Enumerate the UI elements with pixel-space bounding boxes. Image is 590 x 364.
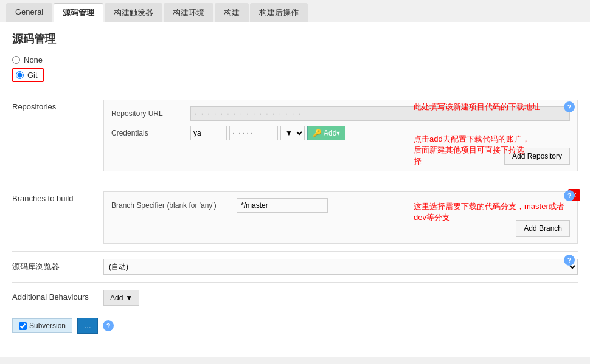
- repositories-label: Repositories: [12, 100, 103, 111]
- repositories-help-icon[interactable]: ?: [564, 101, 575, 112]
- repo-url-row: Repository URL · · · · · · · · · · · · ·…: [111, 106, 570, 121]
- none-radio[interactable]: [12, 56, 20, 64]
- git-label: Git: [27, 70, 38, 80]
- additional-behaviours-content: Add ▼: [103, 290, 578, 306]
- tab-env[interactable]: 构建环境: [164, 3, 213, 22]
- add-cred-label: Add▾: [324, 129, 340, 137]
- source-browser-help-icon[interactable]: ?: [564, 255, 575, 266]
- branch-specifier-row: Branch Specifier (blank for 'any'): [111, 198, 570, 213]
- scm-radio-group: None Git: [12, 55, 578, 86]
- dropdown-arrow-icon: ▼: [125, 294, 133, 302]
- git-radio[interactable]: [16, 71, 24, 79]
- branches-label: Branches to build: [12, 191, 103, 203]
- repositories-section: Repositories Repository URL · · · · · · …: [12, 92, 578, 184]
- subversion-label: Subversion: [29, 321, 66, 330]
- source-browser-content: (自动): [103, 259, 578, 275]
- branch-specifier-input[interactable]: [237, 198, 328, 213]
- tab-build[interactable]: 构建: [215, 3, 249, 22]
- branches-help-symbol: ?: [567, 192, 572, 199]
- cred-display-input[interactable]: [229, 126, 278, 140]
- add-repository-button[interactable]: Add Repository: [504, 148, 570, 165]
- none-label: None: [24, 55, 43, 64]
- page-title: 源码管理: [12, 32, 578, 46]
- subversion-btn-label: …: [84, 321, 91, 330]
- tab-general[interactable]: General: [6, 3, 52, 22]
- additional-behaviours-section: Additional Behaviours Add ▼: [12, 282, 578, 313]
- source-browser-select[interactable]: (自动): [103, 259, 578, 275]
- tab-post[interactable]: 构建后操作: [250, 3, 308, 22]
- help-symbol: ?: [567, 103, 572, 111]
- subversion-help-icon[interactable]: ?: [103, 320, 114, 331]
- tab-bar: General 源码管理 构建触发器 构建环境 构建 构建后操作: [0, 0, 590, 22]
- branch-specifier-label: Branch Specifier (blank for 'any'): [111, 201, 233, 210]
- repositories-content: Repository URL · · · · · · · · · · · · ·…: [103, 100, 578, 176]
- source-browser-row: (自动): [103, 259, 578, 275]
- subversion-blue-button[interactable]: …: [77, 318, 98, 334]
- subversion-area: Subversion … ?: [12, 318, 578, 334]
- key-icon: 🔑: [313, 129, 322, 137]
- additional-behaviours-label: Additional Behaviours: [12, 290, 103, 301]
- repo-footer: Add Repository: [111, 145, 570, 165]
- url-dots: · · · · · · · · · · · · · · · · ·: [195, 109, 302, 118]
- credentials-row: Credentials ▼ 🔑 Add▾: [111, 126, 570, 140]
- git-option[interactable]: Git: [12, 68, 44, 82]
- subversion-help-symbol: ?: [106, 322, 111, 329]
- repo-url-display[interactable]: · · · · · · · · · · · · · · · · ·: [190, 106, 570, 121]
- add-behaviour-button[interactable]: Add ▼: [103, 290, 139, 306]
- none-option[interactable]: None: [12, 55, 578, 64]
- branches-content: x Branch Specifier (blank for 'any') Add…: [103, 191, 578, 244]
- repo-block: Repository URL · · · · · · · · · · · · ·…: [103, 100, 578, 171]
- repo-url-label: Repository URL: [111, 109, 190, 118]
- branch-footer: Add Branch: [111, 218, 570, 237]
- credentials-inputs: ▼ 🔑 Add▾: [190, 126, 345, 140]
- subversion-checkbox[interactable]: [19, 322, 27, 330]
- add-branch-button[interactable]: Add Branch: [516, 220, 570, 237]
- source-browser-label: 源码库浏览器: [12, 259, 103, 272]
- source-browser-section: 源码库浏览器 (自动) ?: [12, 251, 578, 282]
- cred-dropdown[interactable]: ▼: [280, 126, 305, 140]
- source-browser-help-symbol: ?: [567, 256, 572, 264]
- main-content: 源码管理 None Git Repositories Repository UR…: [0, 22, 590, 357]
- branches-section: Branches to build x Branch Specifier (bl…: [12, 184, 578, 251]
- cred-username-input[interactable]: [190, 126, 227, 140]
- tab-triggers[interactable]: 构建触发器: [105, 3, 162, 22]
- add-credential-button[interactable]: 🔑 Add▾: [307, 126, 345, 140]
- add-behaviour-label: Add: [110, 294, 123, 302]
- credentials-label: Credentials: [111, 129, 190, 137]
- branches-block: x Branch Specifier (blank for 'any') Add…: [103, 191, 578, 244]
- tab-scm[interactable]: 源码管理: [54, 3, 103, 22]
- branches-help-icon[interactable]: ?: [564, 190, 575, 201]
